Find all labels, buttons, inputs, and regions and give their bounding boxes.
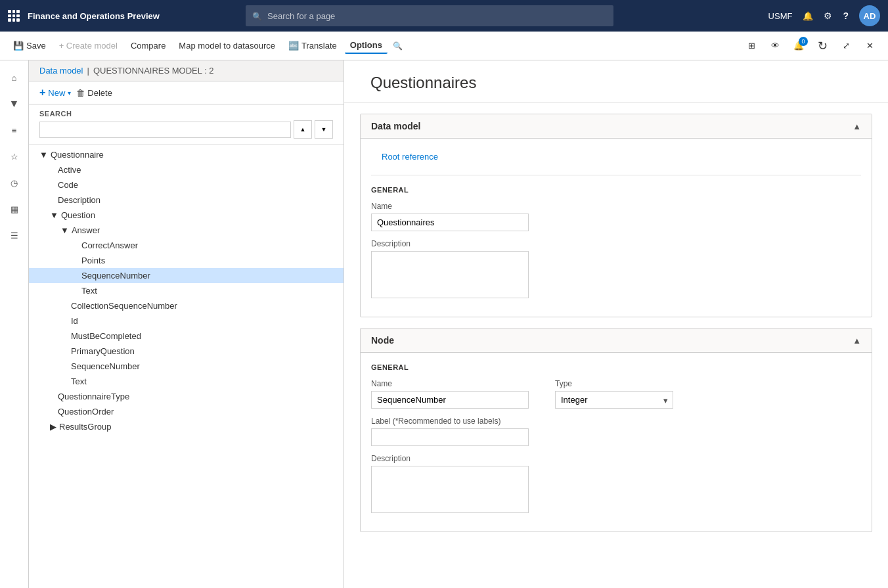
tree-item-questionnairetype[interactable]: QuestionnaireType (29, 389, 344, 404)
table-icon: ▦ (11, 204, 18, 214)
sidebar-item-table[interactable]: ▦ (3, 197, 26, 221)
name-label: Name (371, 202, 861, 211)
breadcrumb-model-name: QUESTIONNAIRES MODEL : 2 (93, 66, 214, 76)
tree-toggle-questionnaire: ▼ (39, 150, 48, 160)
tree-item-collectionsequencenumber[interactable]: CollectionSequenceNumber (29, 298, 344, 313)
tree-toggle-answer: ▼ (60, 225, 69, 235)
sidebar-item-clock[interactable]: ◷ (3, 171, 26, 194)
tree-item-id[interactable]: Id (29, 313, 344, 328)
breadcrumb-data-model[interactable]: Data model (39, 66, 83, 76)
tree-item-text-question[interactable]: Text (29, 374, 344, 389)
new-chevron-icon: ▾ (68, 89, 71, 97)
tree-item-questionnaire[interactable]: ▼ Questionnaire (29, 147, 344, 162)
search-down-button[interactable]: ▼ (315, 120, 333, 139)
home-icon: ⌂ (12, 73, 17, 83)
data-model-section-title: Data model (371, 121, 420, 131)
delete-button[interactable]: 🗑 Delete (76, 88, 112, 98)
tree-item-text-answer[interactable]: Text (29, 283, 344, 298)
tree-search-input[interactable] (39, 122, 291, 138)
up-arrow-icon: ▲ (300, 126, 306, 133)
nav-panel: Data model | QUESTIONNAIRES MODEL : 2 + … (29, 60, 344, 588)
tree-area[interactable]: ▼ Questionnaire Active Code Description … (29, 145, 344, 588)
sidebar-item-home[interactable]: ⌂ (3, 66, 26, 89)
description-textarea[interactable] (371, 251, 529, 298)
tree-item-sequencenumber-question[interactable]: SequenceNumber (29, 359, 344, 374)
tree-item-sequencenumber-answer[interactable]: SequenceNumber (29, 268, 344, 283)
toolbar-search-icon[interactable] (390, 38, 405, 53)
tree-item-resultsgroup[interactable]: ▶ ResultsGroup (29, 419, 344, 434)
node-name-form-group: Name (371, 379, 529, 409)
node-section: Node ▲ GENERAL Name Label (*Recommended … (360, 328, 872, 532)
node-type-select[interactable]: Integer String Boolean Real DateTime Enu… (555, 391, 673, 409)
breadcrumb-separator: | (87, 66, 89, 76)
map-model-button[interactable]: Map model to datasource (173, 38, 280, 53)
avatar[interactable]: AD (859, 5, 880, 26)
description-label: Description (371, 239, 861, 248)
save-button[interactable]: Save (8, 38, 51, 53)
node-name-label: Name (371, 379, 529, 388)
data-model-collapse-button[interactable]: ▲ (853, 121, 861, 131)
toolbar-right: ⊞ 👁 🔔 0 ↻ ⤢ ✕ (741, 35, 880, 57)
translate-button[interactable]: 🔤 Translate (283, 38, 342, 53)
search-up-button[interactable]: ▲ (294, 120, 312, 139)
expand-button[interactable]: ⤢ (835, 35, 856, 57)
description-form-group: Description (371, 239, 861, 298)
detail-area: Questionnaires Data model ▲ Root referen… (344, 60, 888, 588)
side-icons: ⌂ ▼ ≡ ☆ ◷ ▦ ☰ (0, 60, 29, 588)
sidebar-item-filter[interactable]: ▼ (3, 92, 26, 116)
tree-item-mustbecompleted[interactable]: MustBeCompleted (29, 328, 344, 344)
tree-item-question[interactable]: ▼ Question (29, 208, 344, 223)
page-title: Questionnaires (344, 60, 888, 103)
sidebar-item-menu[interactable]: ≡ (3, 118, 26, 142)
node-section-body: GENERAL Name Label (*Recommended to use … (361, 353, 872, 531)
general-label-node: GENERAL (371, 363, 861, 371)
search-input[interactable] (267, 11, 607, 21)
grid-icon-button[interactable]: ⊞ (741, 35, 762, 57)
data-model-section: Data model ▲ Root reference GENERAL Name… (360, 114, 872, 317)
badge-button[interactable]: 🔔 0 (788, 35, 809, 57)
tree-item-answer[interactable]: ▼ Answer (29, 223, 344, 238)
name-input[interactable] (371, 214, 529, 231)
node-section-title: Node (371, 335, 394, 346)
create-model-button[interactable]: + Create model (54, 38, 123, 53)
top-nav-right: USMF AD (768, 5, 880, 26)
list-icon: ☰ (11, 231, 18, 240)
new-button[interactable]: + New ▾ (39, 87, 71, 99)
bell-icon[interactable] (803, 11, 813, 21)
tree-item-active[interactable]: Active (29, 162, 344, 177)
node-label-input[interactable] (371, 428, 529, 446)
node-collapse-button[interactable]: ▲ (853, 335, 861, 346)
node-type-select-wrapper[interactable]: Integer String Boolean Real DateTime Enu… (555, 391, 673, 409)
eye-button[interactable]: 👁 (765, 35, 786, 57)
compare-button[interactable]: Compare (125, 38, 171, 53)
tree-toggle-question: ▼ (50, 210, 58, 220)
collapse-icon: ▲ (853, 122, 861, 131)
tree-item-description[interactable]: Description (29, 192, 344, 208)
translate-icon: 🔤 (288, 41, 299, 51)
top-navigation: Finance and Operations Preview USMF AD (0, 0, 888, 32)
tree-item-points[interactable]: Points (29, 253, 344, 268)
help-icon[interactable] (843, 11, 849, 21)
tree-item-code[interactable]: Code (29, 177, 344, 192)
root-reference-link[interactable]: Root reference (371, 149, 449, 164)
delete-icon: 🗑 (76, 88, 85, 98)
node-type-label: Type (555, 379, 673, 388)
options-button[interactable]: Options (345, 37, 388, 54)
breadcrumb: Data model | QUESTIONNAIRES MODEL : 2 (29, 60, 344, 81)
search-label: SEARCH (39, 110, 333, 118)
node-description-textarea[interactable] (371, 466, 529, 513)
gear-icon[interactable] (824, 11, 832, 21)
tree-item-primaryquestion[interactable]: PrimaryQuestion (29, 344, 344, 359)
node-description-form-group: Description (371, 454, 529, 513)
waffle-icon[interactable] (8, 10, 20, 22)
node-name-input[interactable] (371, 391, 529, 409)
search-section: SEARCH ▲ ▼ (29, 104, 344, 145)
refresh-button[interactable]: ↻ (812, 35, 833, 57)
global-search-bar[interactable] (246, 5, 613, 26)
close-button[interactable]: ✕ (859, 35, 880, 57)
sidebar-item-star[interactable]: ☆ (3, 145, 26, 168)
content-area: ⌂ ▼ ≡ ☆ ◷ ▦ ☰ Data model | QUESTIONNAIRE… (0, 60, 888, 588)
sidebar-item-list[interactable]: ☰ (3, 223, 26, 247)
tree-item-questionorder[interactable]: QuestionOrder (29, 404, 344, 419)
tree-item-correctanswer[interactable]: CorrectAnswer (29, 238, 344, 253)
